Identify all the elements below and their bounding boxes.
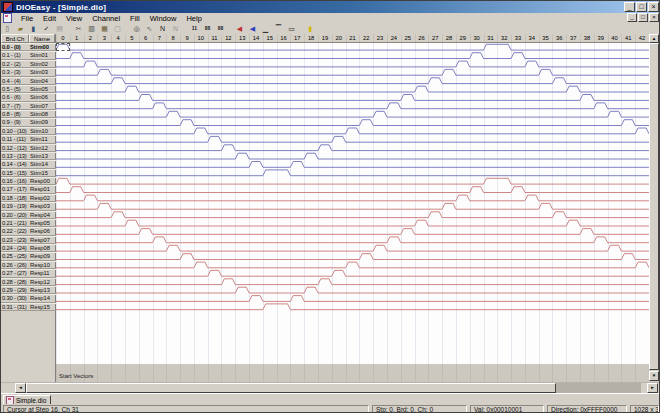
step-header-4[interactable]: 4	[111, 34, 125, 43]
channel-row-resp14[interactable]: 0.30 - (30)Resp14	[1, 294, 56, 302]
menu-view[interactable]: View	[61, 14, 87, 23]
step-header-26[interactable]: 26	[415, 34, 429, 43]
channel-row-resp01[interactable]: 0.17 - (17)Resp01	[1, 185, 56, 193]
waveform-canvas[interactable]	[56, 43, 649, 313]
step-header-39[interactable]: 39	[594, 34, 608, 43]
toolbar-open-button[interactable]: ▰	[14, 23, 27, 34]
channel-row-resp04[interactable]: 0.20 - (20)Resp04	[1, 211, 56, 219]
step-header-27[interactable]: 27	[428, 34, 442, 43]
toolbar-wave-edit-button[interactable]: N	[156, 23, 169, 34]
step-header-28[interactable]: 28	[442, 34, 456, 43]
vertical-scrollbar[interactable]: ▲ ▼	[649, 34, 659, 382]
step-header-38[interactable]: 38	[580, 34, 594, 43]
toolbar-erase-button[interactable]: ▢	[111, 23, 124, 34]
menu-file[interactable]: File	[16, 14, 38, 23]
vertical-scrollbar-thumb[interactable]	[649, 43, 659, 370]
toolbar-pointer-button[interactable]: ⇖	[143, 23, 156, 34]
channel-row-resp05[interactable]: 0.21 - (21)Resp05	[1, 219, 56, 227]
channel-row-stim00[interactable]: 0.0 - (0)Stim00	[1, 43, 56, 51]
channel-row-stim05[interactable]: 0.5 - (5)Stim05	[1, 85, 56, 93]
toolbar-wave-edit-alt-button[interactable]: N	[169, 23, 182, 34]
channel-row-stim14[interactable]: 0.14 - (14)Stim14	[1, 160, 56, 168]
toolbar-paste-button[interactable]: ▦	[98, 23, 111, 34]
toolbar-insert-step-button[interactable]: 11	[188, 23, 201, 34]
menu-channel[interactable]: Channel	[87, 14, 125, 23]
toolbar-new-button[interactable]: ▯	[1, 23, 14, 34]
menu-help[interactable]: Help	[181, 14, 206, 23]
channel-row-stim04[interactable]: 0.4 - (4)Stim04	[1, 77, 56, 85]
toolbar-marker-button[interactable]: ▮	[304, 23, 317, 34]
column-header-name[interactable]: Name	[29, 34, 55, 43]
step-header-6[interactable]: 6	[139, 34, 153, 43]
toolbar-set-high-button[interactable]: ▔	[272, 23, 285, 34]
step-header-25[interactable]: 25	[401, 34, 415, 43]
step-header-7[interactable]: 7	[153, 34, 167, 43]
step-header-36[interactable]: 36	[552, 34, 566, 43]
step-header-23[interactable]: 23	[373, 34, 387, 43]
close-button[interactable]: ×	[648, 2, 659, 12]
step-header-10[interactable]: 10	[194, 34, 208, 43]
step-header-37[interactable]: 37	[566, 34, 580, 43]
step-header-32[interactable]: 32	[497, 34, 511, 43]
scroll-left-button[interactable]: ◄	[15, 383, 26, 393]
channel-row-stim01[interactable]: 0.1 - (1)Stim01	[1, 51, 56, 59]
maximize-button[interactable]: □	[636, 2, 647, 12]
step-header-24[interactable]: 24	[387, 34, 401, 43]
scroll-down-button[interactable]: ▼	[649, 371, 659, 381]
channel-row-resp12[interactable]: 0.28 - (28)Resp12	[1, 278, 56, 286]
step-header-18[interactable]: 18	[304, 34, 318, 43]
mdi-restore-button[interactable]: □	[638, 13, 648, 22]
toolbar-save-button[interactable]: ▮	[27, 23, 40, 34]
channel-row-resp10[interactable]: 0.26 - (26)Resp10	[1, 261, 56, 269]
channel-row-resp06[interactable]: 0.22 - (22)Resp06	[1, 227, 56, 235]
toolbar-insert-channel-button[interactable]: 88	[201, 23, 214, 34]
step-header-8[interactable]: 8	[166, 34, 180, 43]
step-header-21[interactable]: 21	[346, 34, 360, 43]
step-header-11[interactable]: 11	[208, 34, 222, 43]
channel-row-resp02[interactable]: 0.18 - (18)Resp02	[1, 194, 56, 202]
toolbar-response-button[interactable]: ◀	[246, 23, 259, 34]
channel-row-stim03[interactable]: 0.3 - (3)Stim03	[1, 68, 56, 76]
toolbar-set-low-button[interactable]: ▁	[259, 23, 272, 34]
channel-row-stim11[interactable]: 0.11 - (11)Stim11	[1, 135, 56, 143]
step-header-13[interactable]: 13	[235, 34, 249, 43]
channel-row-resp08[interactable]: 0.24 - (24)Resp08	[1, 244, 56, 252]
toolbar-stimulus-button[interactable]: ◀	[233, 23, 246, 34]
toolbar-cut-button[interactable]: ✂	[72, 23, 85, 34]
step-header-33[interactable]: 33	[511, 34, 525, 43]
step-header-31[interactable]: 31	[484, 34, 498, 43]
menu-fill[interactable]: Fill	[125, 14, 145, 23]
channel-row-stim07[interactable]: 0.7 - (7)Stim07	[1, 102, 56, 110]
column-header-brdch[interactable]: Brd.Ch	[1, 34, 29, 43]
channel-row-stim06[interactable]: 0.6 - (6)Stim06	[1, 93, 56, 101]
channel-row-resp15[interactable]: 0.31 - (31)Resp15	[1, 303, 56, 311]
toolbar-set-block-button[interactable]: ▭	[285, 23, 298, 34]
step-header-12[interactable]: 12	[221, 34, 235, 43]
step-header-20[interactable]: 20	[332, 34, 346, 43]
minimize-button[interactable]: _	[624, 2, 635, 12]
channel-row-stim12[interactable]: 0.12 - (12)Stim12	[1, 144, 56, 152]
step-header-40[interactable]: 40	[608, 34, 622, 43]
channel-row-stim15[interactable]: 0.15 - (15)Stim15	[1, 169, 56, 177]
document-icon[interactable]	[3, 13, 12, 23]
step-header-0[interactable]: 0	[56, 34, 70, 43]
horizontal-scrollbar-thumb[interactable]	[26, 383, 556, 393]
scroll-right-button[interactable]: ►	[647, 383, 658, 393]
scroll-up-button[interactable]: ▲	[649, 34, 659, 43]
channel-row-stim02[interactable]: 0.2 - (2)Stim02	[1, 60, 56, 68]
toolbar-delete-channel-button[interactable]: 88	[214, 23, 227, 34]
toolbar-check-button[interactable]: ✓	[40, 23, 53, 34]
toolbar-copy-button[interactable]: ▥	[85, 23, 98, 34]
step-header-19[interactable]: 19	[318, 34, 332, 43]
step-header-30[interactable]: 30	[470, 34, 484, 43]
step-header-41[interactable]: 41	[621, 34, 635, 43]
mdi-minimize-button[interactable]: _	[627, 13, 637, 22]
step-header-29[interactable]: 29	[456, 34, 470, 43]
channel-row-resp00[interactable]: 0.16 - (16)Resp00	[1, 177, 56, 185]
step-header-16[interactable]: 16	[277, 34, 291, 43]
channel-row-stim08[interactable]: 0.8 - (8)Stim08	[1, 110, 56, 118]
step-header-15[interactable]: 15	[263, 34, 277, 43]
step-header-1[interactable]: 1	[70, 34, 84, 43]
channel-row-resp11[interactable]: 0.27 - (27)Resp11	[1, 269, 56, 277]
horizontal-scrollbar[interactable]: ◄ ►	[1, 382, 660, 393]
